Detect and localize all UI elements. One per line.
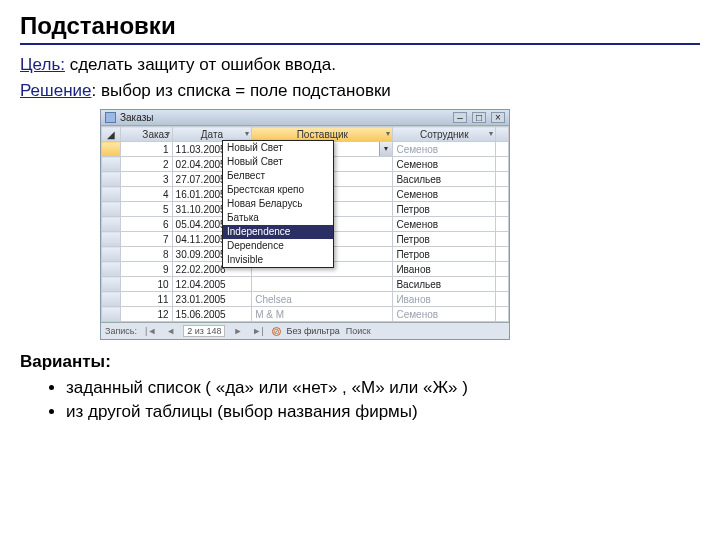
dropdown-option[interactable]: Новый Свет — [223, 141, 333, 155]
table-row[interactable]: 1012.04.2005Васильев — [102, 277, 509, 292]
cell-id[interactable]: 10 — [121, 277, 172, 292]
cell-date[interactable]: 12.04.2005 — [172, 277, 252, 292]
cell-employee[interactable]: Семенов — [393, 142, 496, 157]
cell-extra — [496, 187, 509, 202]
cell-extra — [496, 202, 509, 217]
row-header[interactable] — [102, 247, 121, 262]
window-title: Заказы — [120, 112, 153, 123]
close-button[interactable]: × — [491, 112, 505, 123]
cell-extra — [496, 277, 509, 292]
goal-label: Цель: — [20, 55, 65, 74]
table-icon — [105, 112, 116, 123]
variants-heading: Варианты: — [20, 352, 700, 372]
combo-caret-icon[interactable]: ▾ — [379, 142, 392, 156]
cell-supplier[interactable]: Chelsea — [252, 292, 393, 307]
dropdown-option[interactable]: Батька — [223, 211, 333, 225]
column-header-id[interactable]: Заказ▾ — [121, 127, 172, 142]
dropdown-option[interactable]: Новый Свет — [223, 155, 333, 169]
cell-extra — [496, 217, 509, 232]
row-header[interactable] — [102, 307, 121, 322]
cell-id[interactable]: 11 — [121, 292, 172, 307]
cell-date[interactable]: 23.01.2005 — [172, 292, 252, 307]
nav-first-button[interactable]: |◄ — [143, 326, 158, 336]
row-header[interactable] — [102, 292, 121, 307]
dropdown-option[interactable]: Новая Беларусь — [223, 197, 333, 211]
cell-extra — [496, 262, 509, 277]
variant-item: из другой таблицы (выбор названия фирмы) — [66, 402, 700, 422]
nav-last-button[interactable]: ►| — [250, 326, 265, 336]
cell-id[interactable]: 3 — [121, 172, 172, 187]
row-header[interactable] — [102, 232, 121, 247]
cell-extra — [496, 157, 509, 172]
row-header[interactable] — [102, 142, 121, 157]
minimize-button[interactable]: – — [453, 112, 467, 123]
row-header[interactable] — [102, 157, 121, 172]
record-navigator: Запись: |◄ ◄ 2 из 148 ► ►| ⊘ Без фильтра… — [101, 322, 509, 339]
cell-id[interactable]: 5 — [121, 202, 172, 217]
cell-employee[interactable]: Васильев — [393, 277, 496, 292]
cell-extra — [496, 232, 509, 247]
variant-item: заданный список ( «да» или «нет» , «М» и… — [66, 378, 700, 398]
column-header-extra[interactable] — [496, 127, 509, 142]
select-all-cell[interactable]: ◢ — [102, 127, 121, 142]
dropdown-option[interactable]: Белвест — [223, 169, 333, 183]
cell-employee[interactable]: Васильев — [393, 172, 496, 187]
cell-employee[interactable]: Семенов — [393, 217, 496, 232]
table-row[interactable]: 1123.01.2005ChelseaИванов — [102, 292, 509, 307]
cell-id[interactable]: 1 — [121, 142, 172, 157]
row-header[interactable] — [102, 172, 121, 187]
cell-extra — [496, 142, 509, 157]
cell-id[interactable]: 9 — [121, 262, 172, 277]
table-row[interactable]: 1215.06.2005M & MСеменов — [102, 307, 509, 322]
solution-line: Решение: выбор из списка = поле подстано… — [20, 81, 700, 101]
record-label: Запись: — [105, 326, 137, 336]
cell-supplier[interactable]: M & M — [252, 307, 393, 322]
row-header[interactable] — [102, 277, 121, 292]
record-position: 2 из 148 — [183, 325, 225, 337]
nav-next-button[interactable]: ► — [231, 326, 244, 336]
window-titlebar: Заказы – □ × — [101, 110, 509, 126]
solution-label: Решение — [20, 81, 91, 100]
no-filter-label[interactable]: Без фильтра — [287, 326, 340, 336]
row-header[interactable] — [102, 202, 121, 217]
maximize-button[interactable]: □ — [472, 112, 486, 123]
cell-employee[interactable]: Иванов — [393, 262, 496, 277]
no-filter-icon: ⊘ — [272, 327, 281, 336]
cell-id[interactable]: 2 — [121, 157, 172, 172]
cell-id[interactable]: 6 — [121, 217, 172, 232]
dropdown-option[interactable]: Dependence — [223, 239, 333, 253]
cell-id[interactable]: 4 — [121, 187, 172, 202]
dropdown-option[interactable]: Independence — [223, 225, 333, 239]
variants-list: заданный список ( «да» или «нет» , «М» и… — [66, 378, 700, 422]
cell-employee[interactable]: Семенов — [393, 187, 496, 202]
row-header[interactable] — [102, 217, 121, 232]
supplier-dropdown[interactable]: Новый СветНовый СветБелвестБрестская кре… — [222, 140, 334, 268]
cell-employee[interactable]: Семенов — [393, 307, 496, 322]
cell-extra — [496, 307, 509, 322]
cell-employee[interactable]: Петров — [393, 247, 496, 262]
solution-text: : выбор из списка = поле подстановки — [91, 81, 390, 100]
cell-id[interactable]: 8 — [121, 247, 172, 262]
cell-id[interactable]: 12 — [121, 307, 172, 322]
cell-extra — [496, 247, 509, 262]
goal-line: Цель: сделать защиту от ошибок ввода. — [20, 55, 700, 75]
cell-supplier[interactable] — [252, 277, 393, 292]
dropdown-option[interactable]: Invisible — [223, 253, 333, 267]
column-header-employee[interactable]: Сотрудник▾ — [393, 127, 496, 142]
search-label[interactable]: Поиск — [346, 326, 371, 336]
cell-employee[interactable]: Семенов — [393, 157, 496, 172]
row-header[interactable] — [102, 187, 121, 202]
dropdown-option[interactable]: Брестская крепо — [223, 183, 333, 197]
page-title: Подстановки — [20, 12, 700, 45]
cell-extra — [496, 172, 509, 187]
cell-employee[interactable]: Иванов — [393, 292, 496, 307]
cell-id[interactable]: 7 — [121, 232, 172, 247]
nav-prev-button[interactable]: ◄ — [164, 326, 177, 336]
embedded-screenshot: Заказы – □ × ◢ Заказ▾ Дата▾ Поставщик▾ С… — [100, 109, 510, 340]
cell-extra — [496, 292, 509, 307]
cell-employee[interactable]: Петров — [393, 232, 496, 247]
goal-text: сделать защиту от ошибок ввода. — [65, 55, 336, 74]
row-header[interactable] — [102, 262, 121, 277]
cell-date[interactable]: 15.06.2005 — [172, 307, 252, 322]
cell-employee[interactable]: Петров — [393, 202, 496, 217]
